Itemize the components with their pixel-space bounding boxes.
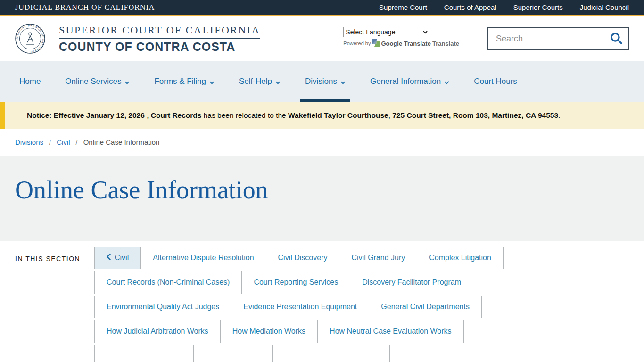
topbar-links: Supreme Court Courts of Appeal Superior …: [379, 3, 629, 11]
tab-civil[interactable]: Civil: [94, 247, 140, 269]
notice-segment: Wakefield Taylor Courthouse: [288, 111, 388, 119]
site-search: [487, 27, 629, 50]
nav-item-forms-filing[interactable]: Forms & Filing: [149, 61, 219, 102]
tab-discovery-facilitator-program[interactable]: Discovery Facilitator Program: [350, 271, 473, 294]
tab-how-mediation-works[interactable]: How Mediation Works: [220, 320, 317, 343]
google-translate-attribution: Powered by Google Translate Translate: [343, 39, 459, 48]
tab-court-reporting-services[interactable]: Court Reporting Services: [241, 271, 350, 294]
tab-civil-discovery[interactable]: Civil Discovery: [266, 247, 339, 269]
tab-environmental-quality-act-judges[interactable]: Environmental Quality Act Judges: [94, 296, 231, 318]
main-navigation: Home Online Services Forms & Filing Self…: [0, 61, 644, 102]
nav-label: Divisions: [305, 77, 337, 86]
tab-label: Court Records (Non-Criminal Cases): [107, 278, 230, 287]
chevron-left-icon: [107, 254, 111, 262]
government-topbar: JUDICIAL BRANCH OF CALIFORNIA Supreme Co…: [0, 0, 644, 16]
google-translate-icon: [372, 39, 380, 48]
tab-label: Civil Grand Jury: [351, 254, 405, 262]
notice-banner: Notice: Effective January 12, 2026 , Cou…: [0, 102, 644, 129]
nav-label: Court Hours: [474, 77, 517, 86]
court-seal-icon: JUDICIAL BRANCH OF CALIFORNIA: [15, 24, 45, 54]
tab-divider: [463, 320, 464, 343]
powered-by-label: Powered by: [343, 41, 371, 46]
nav-item-general-information[interactable]: General Information: [365, 61, 454, 102]
tab-divider: [481, 296, 482, 318]
breadcrumb: Divisions / Civil / Online Case Informat…: [0, 129, 644, 156]
breadcrumb-separator: /: [76, 138, 78, 146]
search-input[interactable]: [496, 34, 609, 44]
notice-segment: ,: [145, 111, 151, 119]
topbar-link-courts-of-appeal[interactable]: Courts of Appeal: [444, 3, 496, 11]
nav-label: Home: [19, 77, 41, 86]
tab-divider: [389, 345, 390, 362]
tab-row: How Judicial Arbitration Works How Media…: [94, 320, 644, 343]
topbar-link-supreme-court[interactable]: Supreme Court: [379, 3, 427, 11]
tab-label: Court Reporting Services: [254, 278, 338, 287]
tab-divider: [503, 247, 504, 269]
notice-segment: .: [558, 111, 560, 119]
tab-row-partial: [94, 345, 644, 362]
breadcrumb-civil[interactable]: Civil: [57, 138, 70, 146]
tab-row: Environmental Quality Act Judges Evidenc…: [94, 296, 644, 318]
notice-text: Notice: Effective January 12, 2026 , Cou…: [27, 109, 573, 122]
topbar-link-superior-courts[interactable]: Superior Courts: [513, 3, 563, 11]
tab-divider: [272, 345, 389, 362]
page-title-band: Online Case Information: [0, 156, 644, 241]
tab-how-neutral-case-evaluation-works[interactable]: How Neutral Case Evaluation Works: [317, 320, 463, 343]
tab-divider: [473, 271, 473, 294]
brand-divider: [52, 24, 52, 53]
tab-evidence-presentation-equipment[interactable]: Evidence Presentation Equipment: [231, 296, 369, 318]
tab-complex-litigation[interactable]: Complex Litigation: [417, 247, 503, 269]
tab-label: How Mediation Works: [232, 327, 305, 336]
tab-civil-grand-jury[interactable]: Civil Grand Jury: [339, 247, 417, 269]
search-button[interactable]: [609, 31, 623, 47]
chevron-down-icon: [444, 77, 449, 87]
language-widget: Select Language Powered by Google Transl…: [343, 27, 459, 48]
nav-label: Forms & Filing: [154, 77, 206, 86]
court-name-line2: COUNTY OF CONTRA COSTA: [59, 40, 260, 54]
tab-divider: [94, 345, 193, 362]
tab-divider: [193, 345, 272, 362]
tab-how-judicial-arbitration-works[interactable]: How Judicial Arbitration Works: [94, 320, 220, 343]
chevron-down-icon: [340, 77, 346, 87]
tab-label: Civil: [115, 254, 129, 262]
breadcrumb-separator: /: [49, 138, 51, 146]
topbar-link-judicial-council[interactable]: Judicial Council: [580, 3, 629, 11]
nav-item-self-help[interactable]: Self-Help: [234, 61, 285, 102]
tab-label: Complex Litigation: [429, 254, 491, 262]
chevron-down-icon: [124, 77, 130, 87]
nav-item-court-hours[interactable]: Court Hours: [469, 61, 522, 102]
breadcrumb-divisions[interactable]: Divisions: [15, 138, 43, 146]
tab-row: Civil Alternative Dispute Resolution Civ…: [94, 247, 644, 269]
nav-item-online-services[interactable]: Online Services: [60, 61, 134, 102]
translate-label: Translate: [432, 40, 459, 47]
section-tabs: Civil Alternative Dispute Resolution Civ…: [94, 241, 644, 362]
search-icon: [609, 31, 623, 47]
nav-label: Online Services: [65, 77, 121, 86]
nav-label: Self-Help: [239, 77, 272, 86]
tab-label: Environmental Quality Act Judges: [107, 303, 219, 311]
tab-row: Court Records (Non-Criminal Cases) Court…: [94, 271, 644, 294]
chevron-down-icon: [275, 77, 281, 87]
nav-item-divisions[interactable]: Divisions: [300, 61, 350, 102]
nav-item-home[interactable]: Home: [15, 61, 45, 102]
language-select[interactable]: Select Language: [343, 27, 429, 37]
breadcrumb-current: Online Case Information: [83, 138, 160, 146]
notice-segment: Court Records: [151, 111, 202, 119]
judicial-branch-brand: JUDICIAL BRANCH OF CALIFORNIA: [15, 3, 155, 12]
nav-label: General Information: [370, 77, 441, 86]
section-label: IN THIS SECTION: [0, 241, 94, 362]
header-utilities: Select Language Powered by Google Transl…: [343, 27, 629, 50]
court-home-link[interactable]: JUDICIAL BRANCH OF CALIFORNIA SUPERIOR C…: [15, 24, 260, 54]
tab-label: Alternative Dispute Resolution: [153, 254, 254, 262]
site-header: JUDICIAL BRANCH OF CALIFORNIA SUPERIOR C…: [0, 16, 644, 61]
notice-segment: Notice: Effective January 12, 2026: [27, 111, 145, 119]
in-this-section: IN THIS SECTION Civil Alternative Disput…: [0, 241, 644, 362]
notice-segment: has been relocated to the: [201, 111, 288, 119]
tab-alternative-dispute-resolution[interactable]: Alternative Dispute Resolution: [140, 247, 265, 269]
court-name-line1: SUPERIOR COURT OF CALIFORNIA: [59, 24, 260, 39]
tab-general-civil-departments[interactable]: General Civil Departments: [369, 296, 481, 318]
tab-label: Evidence Presentation Equipment: [243, 303, 357, 311]
court-name: SUPERIOR COURT OF CALIFORNIA COUNTY OF C…: [59, 24, 260, 54]
tab-court-records-non-criminal[interactable]: Court Records (Non-Criminal Cases): [94, 271, 241, 294]
tab-label: How Judicial Arbitration Works: [107, 327, 208, 336]
